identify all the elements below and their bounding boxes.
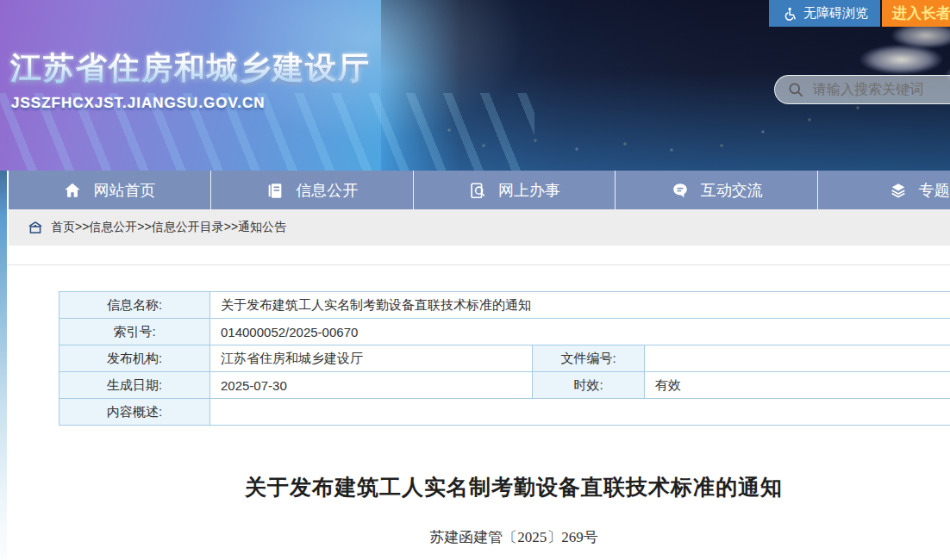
notice-meta-table: 信息名称: 关于发布建筑工人实名制考勤设备直联技术标准的通知 索引号: 0140… — [59, 291, 950, 426]
nav-item-online-services[interactable]: 网上办事 — [414, 171, 616, 209]
info-disclosure-icon — [266, 181, 284, 200]
nav-item-interaction[interactable]: 互动交流 — [616, 171, 818, 209]
site-title[interactable]: 江苏省住房和城乡建设厅 — [10, 47, 371, 90]
nav-item-topics[interactable]: 专题 — [818, 171, 950, 209]
validity-label: 时效: — [533, 372, 645, 399]
breadcrumb-path[interactable]: 首页>>信息公开>>信息公开目录>>通知公告 — [51, 220, 286, 235]
publisher-value: 江苏省住房和城乡建设厅 — [210, 345, 533, 372]
breadcrumb: 首页>>信息公开>>信息公开目录>>通知公告 — [9, 209, 950, 246]
nav-item-label: 网站首页 — [93, 180, 155, 201]
date-label: 生成日期: — [59, 372, 210, 399]
search-input[interactable] — [813, 82, 950, 97]
table-row: 生成日期: 2025-07-30 时效: 有效 — [59, 372, 950, 399]
online-services-icon — [468, 181, 487, 200]
breadcrumb-home-icon[interactable] — [28, 221, 43, 234]
article-title: 关于发布建筑工人实名制考勤设备直联技术标准的通知 — [7, 473, 950, 501]
site-url: JSSZFHCXJST.JIANGSU.GOV.CN — [11, 95, 266, 112]
info-name-value: 关于发布建筑工人实名制考勤设备直联技术标准的通知 — [210, 292, 950, 319]
publisher-label: 发布机构: — [59, 345, 210, 372]
top-utility-buttons: 无障碍浏览 进入长者模式 — [769, 0, 950, 27]
table-row: 索引号: 014000052/2025-00670 — [59, 319, 950, 345]
info-name-label: 信息名称: — [59, 292, 210, 319]
accessibility-button-label: 无障碍浏览 — [803, 5, 868, 22]
nav-item-label: 信息公开 — [296, 180, 358, 201]
page-container: 网站首页 信息公开 网上办事 互动交流 — [7, 171, 950, 547]
index-no-value: 014000052/2025-00670 — [210, 319, 950, 345]
nav-item-label: 网上办事 — [498, 180, 560, 201]
header-banner: 江苏省住房和城乡建设厅 JSSZFHCXJST.JIANGSU.GOV.CN 无… — [0, 0, 950, 171]
index-no-label: 索引号: — [59, 319, 210, 345]
date-value: 2025-07-30 — [210, 372, 533, 399]
search-box — [774, 75, 950, 104]
validity-value: 有效 — [645, 372, 950, 399]
content-area: 信息名称: 关于发布建筑工人实名制考勤设备直联技术标准的通知 索引号: 0140… — [7, 264, 950, 547]
city-lights-graphic — [0, 0, 2, 2]
nav-item-label: 专题 — [919, 180, 950, 201]
building-dome-graphic — [860, 45, 942, 74]
elder-mode-button-label: 进入长者模式 — [892, 3, 950, 23]
table-row: 信息名称: 关于发布建筑工人实名制考勤设备直联技术标准的通知 — [59, 292, 950, 319]
nav-item-home[interactable]: 网站首页 — [9, 171, 211, 209]
accessibility-icon — [781, 6, 797, 22]
page-edge-strip — [0, 171, 7, 560]
table-row: 发布机构: 江苏省住房和城乡建设厅 文件编号: — [59, 345, 950, 372]
search-icon[interactable] — [787, 81, 805, 99]
interaction-icon — [671, 181, 690, 200]
elder-mode-button[interactable]: 进入长者模式 — [882, 0, 950, 27]
doc-no-value — [645, 345, 950, 372]
summary-label: 内容概述: — [59, 399, 210, 426]
table-row: 内容概述: — [59, 399, 950, 426]
summary-value — [210, 399, 950, 426]
article-doc-number: 苏建函建管〔2025〕269号 — [7, 527, 950, 547]
nav-item-info-disclosure[interactable]: 信息公开 — [211, 171, 414, 209]
topics-icon — [889, 181, 908, 200]
home-icon — [63, 181, 82, 200]
main-nav: 网站首页 信息公开 网上办事 互动交流 — [9, 171, 950, 209]
accessibility-button[interactable]: 无障碍浏览 — [769, 0, 880, 27]
nav-item-label: 互动交流 — [701, 180, 763, 201]
doc-no-label: 文件编号: — [533, 345, 645, 372]
